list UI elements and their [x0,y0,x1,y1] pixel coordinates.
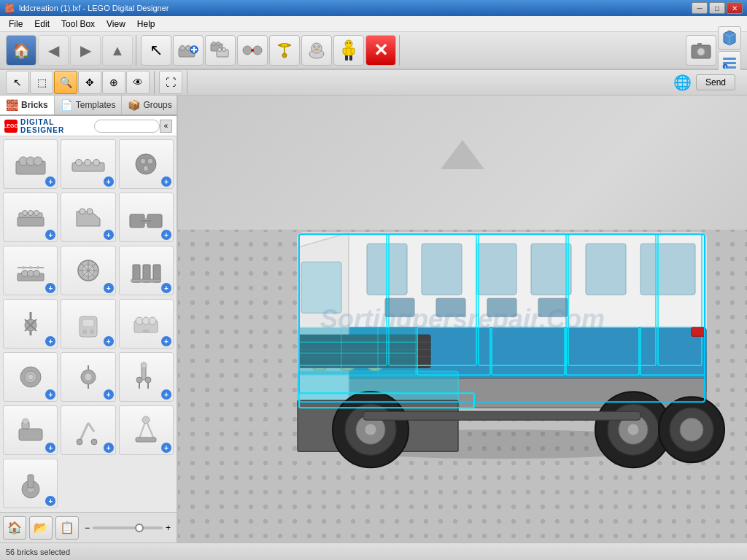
paint-button[interactable] [301,35,332,66]
list-item[interactable]: + [61,405,115,455]
add-brick-button[interactable]: + [104,283,114,293]
connect-button[interactable] [237,35,268,66]
zoom-region-tool[interactable]: 🔍 [54,71,77,94]
delete-button[interactable]: ✕ [365,35,396,66]
add-brick-button[interactable] [173,35,204,66]
pan-tool[interactable]: ✥ [78,71,101,94]
svg-point-59 [87,209,93,214]
send-button[interactable]: Send [696,74,735,90]
minifig-button[interactable] [333,35,364,66]
category-list-button[interactable]: 📋 [55,516,79,540]
up-button[interactable]: ▲ [102,35,133,66]
add-brick-button[interactable]: + [45,389,55,400]
menu-file[interactable]: File [3,18,28,31]
add-brick-button[interactable]: + [104,443,114,453]
list-item[interactable]: + [3,352,58,402]
tab-groups[interactable]: 📦 Groups [122,96,178,114]
tabs-row: 🧱 Bricks 📄 Templates 📦 Groups + [0,96,177,116]
svg-point-21 [313,45,316,48]
svg-point-99 [85,373,92,381]
svg-point-164 [627,424,639,435]
svg-rect-156 [692,327,705,336]
search-input[interactable] [94,120,160,133]
menu-edit[interactable]: Edit [28,18,55,31]
groups-tab-label: Groups [143,100,171,110]
back-button[interactable]: ◀ [38,35,69,66]
view-3d-button[interactable] [718,26,741,50]
maximize-button[interactable]: □ [709,2,725,14]
svg-rect-34 [697,43,702,45]
svg-rect-53 [18,217,44,226]
list-item[interactable]: + [119,192,174,242]
svg-line-112 [88,423,94,432]
tab-bricks[interactable]: 🧱 Bricks [0,96,55,114]
add-brick-button[interactable]: + [161,176,171,187]
add-brick-button[interactable]: + [161,230,171,240]
add-brick-button[interactable]: + [104,230,114,240]
add-brick-button[interactable]: + [104,176,114,187]
select-tool[interactable]: ↖ [6,71,29,94]
minimize-button[interactable]: ─ [692,2,708,14]
add-brick-button[interactable]: + [45,336,55,346]
list-item[interactable]: + [119,246,174,295]
list-item[interactable]: + [3,299,58,349]
tab-templates[interactable]: 📄 Templates [55,96,123,114]
zoom-slider[interactable] [93,526,163,529]
select-tool-button[interactable]: ↖ [141,35,171,66]
svg-point-1 [180,46,185,51]
add-brick-button[interactable]: + [161,389,171,400]
look-tool[interactable]: 👁 [126,71,150,94]
zoom-thumb[interactable] [135,524,144,532]
list-item[interactable]: + [119,299,174,349]
add-brick-button[interactable]: + [104,389,114,400]
list-item[interactable]: + [3,459,58,508]
list-item[interactable]: + [3,246,58,295]
add-brick-button[interactable]: + [45,443,55,453]
screenshot-button[interactable] [686,35,716,66]
window-title: lddcreation (1).lxf - LEGO Digital Desig… [19,4,169,12]
nav-button[interactable]: ▶ [70,35,101,66]
menu-toolbox[interactable]: Tool Box [55,18,101,31]
close-button[interactable]: ✕ [727,2,743,14]
list-item[interactable]: + [119,405,174,455]
secondary-toolbar: ↖ ⬚ 🔍 ✥ ⊕ 👁 ⛶ 🌐 Send [0,70,747,96]
list-item[interactable]: + [61,352,115,402]
viewport[interactable]: Sortingpersrepair.Com [178,96,747,542]
fullscreen-button[interactable]: ⛶ [159,71,182,94]
add-brick-button[interactable]: + [45,496,55,506]
status-text: 56 bricks selected [6,548,70,556]
add-brick-button[interactable]: + [45,230,55,240]
menu-help[interactable]: Help [131,18,161,31]
add-brick-button[interactable]: + [161,443,171,453]
list-item[interactable]: + [3,405,58,455]
box-select-tool[interactable]: ⬚ [30,71,53,94]
list-item[interactable]: + [119,352,174,402]
add-brick-button[interactable]: + [45,283,55,293]
category-home-button[interactable]: 🏠 [3,516,26,540]
list-item[interactable]: + [3,139,58,189]
clone-button[interactable] [205,35,236,66]
svg-rect-147 [299,327,416,375]
svg-point-67 [33,271,39,277]
home-button[interactable]: 🏠 [6,35,36,66]
svg-rect-131 [586,244,626,295]
list-item[interactable]: + [61,139,115,189]
list-item[interactable]: + [3,192,58,242]
list-item[interactable]: + [119,139,174,189]
add-brick-button[interactable]: + [45,176,55,187]
menu-view[interactable]: View [101,18,131,31]
add-brick-button[interactable]: + [161,336,171,346]
add-brick-button[interactable]: + [161,283,171,293]
add-brick-button[interactable]: + [104,336,114,346]
collapse-panel-button[interactable]: « [160,120,172,133]
brick-thumbnail [127,358,165,396]
hinge-button[interactable] [269,35,300,66]
list-item[interactable]: + [61,192,115,242]
lego-model [239,152,735,473]
orbit-tool[interactable]: ⊕ [102,71,125,94]
svg-point-44 [34,157,42,166]
category-back-button[interactable]: 📂 [29,516,53,540]
brick-thumbnail [127,252,165,289]
list-item[interactable]: + [61,299,115,349]
list-item[interactable]: + [61,246,115,295]
